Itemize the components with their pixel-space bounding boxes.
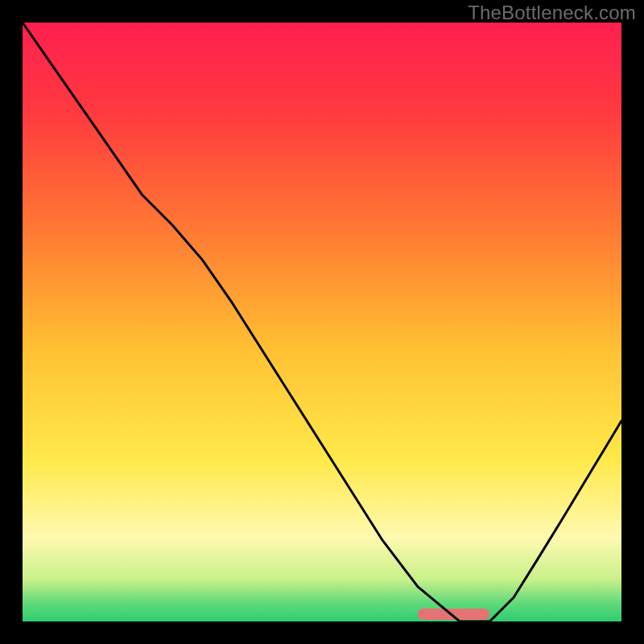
watermark-label: TheBottleneck.com xyxy=(468,2,636,24)
bottleneck-chart: TheBottleneck.com xyxy=(0,0,644,644)
plot-area xyxy=(23,23,621,621)
optimal-range-marker xyxy=(418,609,489,620)
chart-svg xyxy=(0,0,644,644)
